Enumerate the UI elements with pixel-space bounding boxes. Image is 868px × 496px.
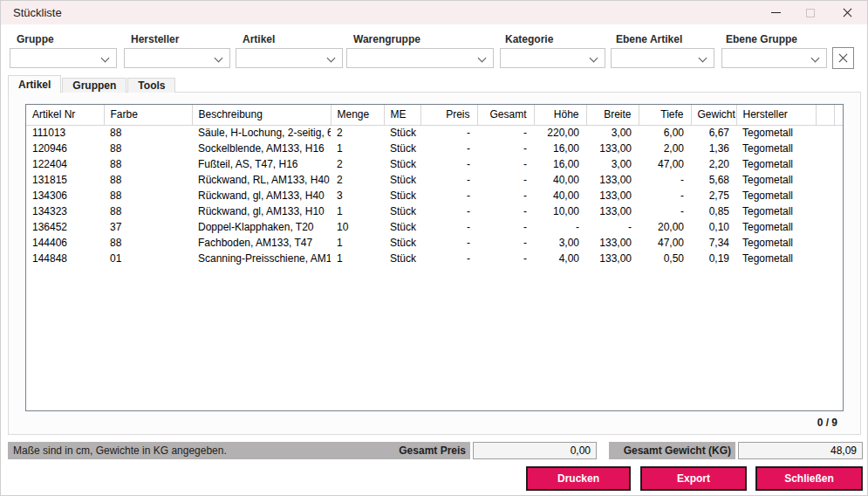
table-cell: - bbox=[477, 156, 534, 172]
table-cell: 88 bbox=[104, 203, 192, 219]
table-cell: Sockelblende, AM133, H16 bbox=[192, 141, 331, 156]
table-cell: - bbox=[420, 172, 477, 188]
table-cell: - bbox=[420, 188, 477, 203]
table-cell: 122404 bbox=[26, 156, 104, 172]
table-cell: 88 bbox=[104, 188, 192, 203]
schliessen-button[interactable]: Schließen bbox=[755, 466, 863, 491]
chevron-down-icon bbox=[590, 54, 598, 63]
table-cell: 6,67 bbox=[691, 125, 736, 141]
column-header-gewicht[interactable]: Gewicht bbox=[691, 105, 736, 125]
artikel-combobox[interactable] bbox=[236, 48, 343, 68]
table-cell: Stück bbox=[384, 156, 420, 172]
table-cell: Fachboden, AM133, T47 bbox=[192, 235, 331, 251]
table-cell: 37 bbox=[104, 219, 192, 235]
table-row[interactable]: 13432388Rückwand, gl, AM133, H101Stück--… bbox=[26, 203, 843, 219]
hersteller-combobox[interactable] bbox=[124, 48, 230, 68]
column-header-hersteller[interactable]: Hersteller bbox=[736, 105, 816, 125]
table-row[interactable]: 12240488Fußteil, AS, T47, H162Stück--16,… bbox=[26, 156, 843, 172]
close-button[interactable] bbox=[832, 1, 862, 24]
table-cell: - bbox=[534, 219, 586, 235]
table-cell: Stück bbox=[384, 141, 420, 156]
total-weight-label: Gesamt Gewicht (KG) bbox=[624, 444, 735, 457]
table-cell: - bbox=[420, 251, 477, 266]
table-cell bbox=[834, 188, 843, 203]
maximize-button[interactable] bbox=[796, 1, 825, 24]
table-cell: 88 bbox=[104, 235, 192, 251]
table-row[interactable]: 14440688Fachboden, AM133, T471Stück--3,0… bbox=[26, 235, 843, 251]
table-cell: 10 bbox=[331, 219, 384, 235]
table-cell: 4,00 bbox=[534, 251, 586, 266]
table-row[interactable]: 13645237Doppel-Klapphaken, T2010Stück---… bbox=[26, 219, 843, 235]
tab-tools[interactable]: Tools bbox=[127, 78, 175, 93]
filter-label-ebene-artikel: Ebene Artikel bbox=[616, 33, 682, 45]
row-counter: 0 / 9 bbox=[817, 417, 837, 429]
drucken-button[interactable]: Drucken bbox=[526, 466, 631, 491]
column-header-gesamt[interactable]: Gesamt bbox=[477, 105, 534, 125]
table-cell: 88 bbox=[104, 141, 192, 156]
table-cell: 133,00 bbox=[586, 141, 639, 156]
column-header-menge[interactable]: Menge bbox=[331, 105, 384, 125]
table-cell: - bbox=[477, 235, 534, 251]
close-icon bbox=[843, 8, 852, 17]
table-row[interactable]: 13430688Rückwand, gl, AM133, H403Stück--… bbox=[26, 188, 843, 203]
table-cell bbox=[834, 172, 843, 188]
tabpage-artikel: Artikel NrFarbeBeschreibungMengeMEPreisG… bbox=[8, 92, 861, 435]
column-header-h-he[interactable]: Höhe bbox=[534, 105, 586, 125]
warengruppe-combobox[interactable] bbox=[346, 48, 494, 68]
column-header-farbe[interactable]: Farbe bbox=[104, 105, 192, 125]
table-cell bbox=[816, 125, 834, 141]
tabstrip: Artikel Gruppen Tools bbox=[8, 75, 176, 93]
table-row[interactable]: 11101388Säule, H-Lochung, 2-seitig, 6...… bbox=[26, 125, 843, 141]
table-cell: Stück bbox=[384, 251, 420, 266]
table-cell: - bbox=[477, 203, 534, 219]
column-header-me[interactable]: ME bbox=[384, 105, 420, 125]
table-cell: - bbox=[639, 203, 691, 219]
export-button[interactable]: Export bbox=[640, 466, 747, 491]
table-cell: Rückwand, gl, AM133, H10 bbox=[192, 203, 331, 219]
column-header-artikel-nr[interactable]: Artikel Nr bbox=[26, 105, 104, 125]
table-cell: Tegometall bbox=[736, 141, 816, 156]
column-header-breite[interactable]: Breite bbox=[586, 105, 639, 125]
table-row[interactable]: 14484801Scanning-Preisschiene, AM1...1St… bbox=[26, 251, 843, 266]
statusbar-info-segment: Maße sind in cm, Gewichte in KG angegebe… bbox=[8, 442, 470, 459]
chevron-down-icon bbox=[478, 54, 487, 63]
chevron-down-icon bbox=[811, 54, 820, 63]
ebene-gruppe-combobox[interactable] bbox=[721, 48, 827, 68]
column-header-preis[interactable]: Preis bbox=[420, 105, 477, 125]
ebene-artikel-combobox[interactable] bbox=[611, 48, 714, 68]
table-cell: 2 bbox=[331, 172, 384, 188]
minimize-button[interactable] bbox=[761, 1, 790, 24]
table-row[interactable]: 13181588Rückwand, RL, AM133, H402Stück--… bbox=[26, 172, 843, 188]
stueckliste-window: Stückliste Gruppe Hersteller Artikel War… bbox=[0, 0, 868, 496]
table-cell: 3 bbox=[331, 188, 384, 203]
clear-icon bbox=[838, 53, 848, 63]
column-header-beschreibung[interactable]: Beschreibung bbox=[192, 105, 331, 125]
column-header-tiefe[interactable]: Tiefe bbox=[639, 105, 691, 125]
table-cell: Stück bbox=[384, 125, 420, 141]
table-cell bbox=[816, 172, 834, 188]
clear-filters-button[interactable] bbox=[832, 47, 854, 69]
table-cell: Tegometall bbox=[736, 251, 816, 266]
kategorie-combobox[interactable] bbox=[500, 48, 605, 68]
tab-gruppen[interactable]: Gruppen bbox=[62, 78, 126, 93]
tab-label: Gruppen bbox=[72, 79, 116, 92]
table-cell: Stück bbox=[384, 172, 420, 188]
table-cell: Fußteil, AS, T47, H16 bbox=[192, 156, 331, 172]
filter-label-warengruppe: Warengruppe bbox=[353, 33, 420, 45]
table-cell: 0,50 bbox=[639, 251, 691, 266]
gruppe-combobox[interactable] bbox=[10, 48, 117, 68]
table-cell: Doppel-Klapphaken, T20 bbox=[192, 219, 331, 235]
window-titlebar: Stückliste bbox=[1, 1, 867, 24]
table-cell: 1,36 bbox=[691, 141, 736, 156]
table-cell: 16,00 bbox=[534, 156, 586, 172]
table-row[interactable]: 12094688Sockelblende, AM133, H161Stück--… bbox=[26, 141, 843, 156]
table-cell: - bbox=[639, 188, 691, 203]
table-cell: Tegometall bbox=[736, 172, 816, 188]
table-cell: Stück bbox=[384, 219, 420, 235]
table-cell: 133,00 bbox=[586, 235, 639, 251]
table-cell: Tegometall bbox=[736, 235, 816, 251]
table-cell: 120946 bbox=[26, 141, 104, 156]
chevron-down-icon bbox=[101, 54, 110, 63]
tab-artikel[interactable]: Artikel bbox=[8, 75, 61, 93]
table-cell: - bbox=[420, 141, 477, 156]
